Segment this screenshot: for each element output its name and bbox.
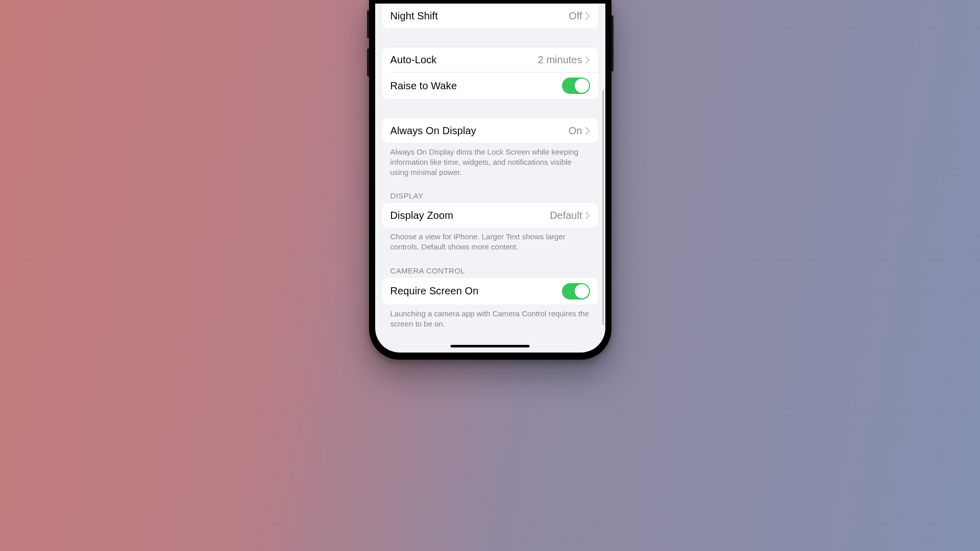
chevron-right-icon [585,127,590,135]
row-auto-lock[interactable]: Auto-Lock 2 minutes [382,47,598,72]
group-footer: Choose a view for iPhone. Larger Text sh… [390,232,590,252]
row-night-shift[interactable]: Night Shift Off [382,4,598,28]
settings-group: Display Zoom Default [382,203,598,228]
row-display-zoom[interactable]: Display Zoom Default [382,203,598,228]
row-label: Night Shift [390,10,438,22]
phone-screen: Night Shift Off Auto-Lock 2 minutes [375,4,605,353]
settings-scroll-view[interactable]: Night Shift Off Auto-Lock 2 minutes [375,4,605,353]
chevron-right-icon [585,12,590,20]
row-value: Off [569,10,582,22]
phone-device-frame: Night Shift Off Auto-Lock 2 minutes [369,0,611,360]
settings-group: Auto-Lock 2 minutes Raise to Wake [382,47,598,99]
row-label: Always On Display [390,125,476,137]
toggle-raise-to-wake[interactable] [562,78,590,94]
scrollbar-thumb[interactable] [602,90,604,325]
row-label: Require Screen On [390,285,479,297]
toggle-require-screen-on[interactable] [562,283,590,299]
side-power-button [611,15,614,71]
settings-group: Always On Display On [382,118,598,143]
group-footer: Always On Display dims the Lock Screen w… [390,147,590,177]
row-label: Display Zoom [390,210,453,221]
settings-group: Require Screen On [382,278,598,305]
row-always-on-display[interactable]: Always On Display On [382,118,598,143]
group-header: DISPLAY [390,191,590,200]
group-footer: Launching a camera app with Camera Contr… [390,309,590,329]
group-header: CAMERA CONTROL [390,266,590,275]
chevron-right-icon [585,212,590,219]
row-label: Raise to Wake [390,80,457,92]
volume-down-button [367,48,369,77]
settings-group: Night Shift Off [382,4,598,28]
home-indicator[interactable] [451,345,530,347]
row-value: Default [550,210,582,221]
chevron-right-icon [585,56,590,64]
row-raise-to-wake[interactable]: Raise to Wake [390,72,598,99]
row-label: Auto-Lock [390,54,437,66]
row-value: 2 minutes [538,54,582,66]
row-require-screen-on[interactable]: Require Screen On [382,278,598,305]
row-value: On [569,125,582,137]
volume-up-button [367,10,369,38]
